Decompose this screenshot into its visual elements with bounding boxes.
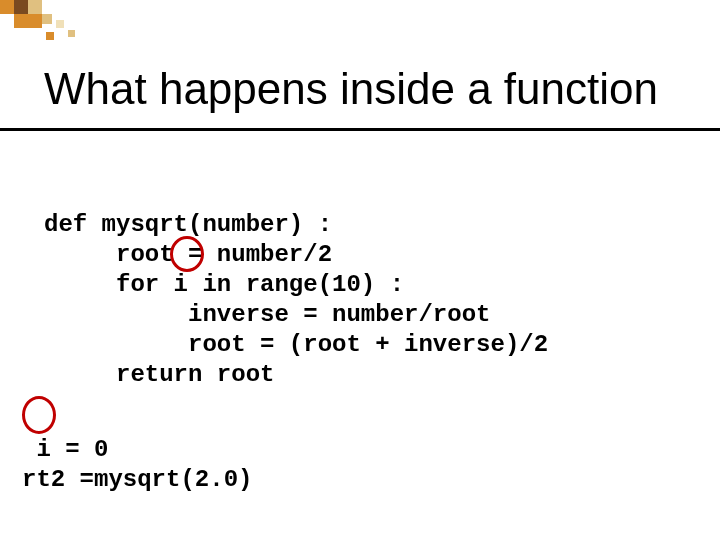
code-line: root = number/2: [44, 241, 332, 268]
deco-square: [56, 20, 64, 28]
deco-square: [0, 0, 14, 14]
slide-title: What happens inside a function: [44, 64, 658, 114]
slide: What happens inside a function def mysqr…: [0, 0, 720, 540]
code-line: inverse = number/root: [44, 301, 490, 328]
code-block-usage: i = 0 rt2 =mysqrt(2.0): [22, 405, 252, 495]
code-line: rt2 =mysqrt(2.0): [22, 466, 252, 493]
deco-square: [14, 14, 28, 28]
corner-decoration: [0, 0, 100, 40]
deco-square: [68, 30, 75, 37]
deco-square: [42, 14, 52, 24]
deco-square: [28, 14, 42, 28]
deco-square: [14, 0, 28, 14]
code-line: return root: [44, 361, 274, 388]
code-line: for i in range(10) :: [44, 271, 404, 298]
code-line: root = (root + inverse)/2: [44, 331, 548, 358]
deco-square: [28, 0, 42, 14]
code-block-function: def mysqrt(number) : root = number/2 for…: [44, 180, 548, 390]
code-line: def mysqrt(number) :: [44, 211, 332, 238]
title-underline: [0, 128, 720, 131]
code-line: i = 0: [22, 436, 108, 463]
deco-square: [46, 32, 54, 40]
